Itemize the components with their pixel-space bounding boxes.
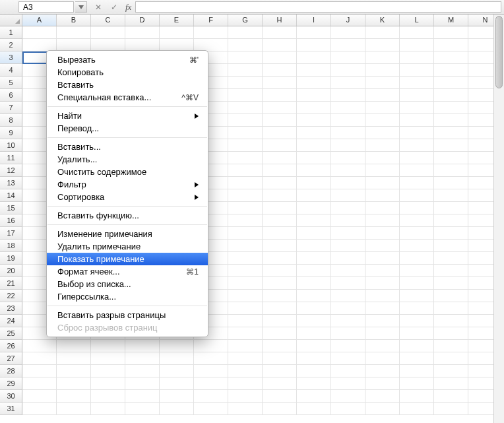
cell[interactable] xyxy=(365,39,400,51)
cell[interactable] xyxy=(365,64,400,77)
cell[interactable] xyxy=(22,352,57,365)
menu-item[interactable]: Показать примечание xyxy=(47,253,208,265)
menu-item[interactable]: Формат ячеек...⌘1 xyxy=(47,265,208,278)
cell[interactable] xyxy=(365,152,400,164)
cell[interactable] xyxy=(331,277,365,290)
cell[interactable] xyxy=(228,377,263,390)
cell[interactable] xyxy=(331,51,365,64)
cell[interactable] xyxy=(331,403,365,415)
cell[interactable] xyxy=(400,114,434,127)
cell[interactable] xyxy=(263,265,297,277)
row-header[interactable]: 4 xyxy=(0,64,22,77)
row-header[interactable]: 13 xyxy=(0,177,22,189)
cell[interactable] xyxy=(434,77,468,89)
cell[interactable] xyxy=(297,390,331,403)
cell[interactable] xyxy=(228,89,263,102)
cell[interactable] xyxy=(365,390,400,403)
cell[interactable] xyxy=(331,77,365,89)
cell[interactable] xyxy=(194,352,228,365)
cell[interactable] xyxy=(365,127,400,139)
cell[interactable] xyxy=(160,377,194,390)
cell[interactable] xyxy=(434,403,468,415)
cell[interactable] xyxy=(331,340,365,352)
cell[interactable] xyxy=(331,202,365,214)
cell[interactable] xyxy=(434,177,468,189)
cell[interactable] xyxy=(365,202,400,214)
column-header[interactable]: I xyxy=(297,15,331,26)
cell[interactable] xyxy=(400,152,434,164)
cell[interactable] xyxy=(297,240,331,252)
cell[interactable] xyxy=(400,164,434,177)
cell[interactable] xyxy=(365,227,400,240)
cell[interactable] xyxy=(263,64,297,77)
cell[interactable] xyxy=(263,352,297,365)
cell[interactable] xyxy=(434,164,468,177)
cell[interactable] xyxy=(331,114,365,127)
cell[interactable] xyxy=(228,227,263,240)
row-header[interactable]: 27 xyxy=(0,352,22,365)
cell[interactable] xyxy=(228,302,263,315)
column-header[interactable]: G xyxy=(228,15,263,26)
cell[interactable] xyxy=(331,302,365,315)
menu-item[interactable]: Удалить... xyxy=(47,153,208,166)
cell[interactable] xyxy=(434,202,468,214)
cell[interactable] xyxy=(297,377,331,390)
cell[interactable] xyxy=(57,340,91,352)
cell[interactable] xyxy=(400,102,434,114)
cell[interactable] xyxy=(297,227,331,240)
cell[interactable] xyxy=(297,114,331,127)
cell[interactable] xyxy=(297,202,331,214)
cell[interactable] xyxy=(400,202,434,214)
cell[interactable] xyxy=(297,352,331,365)
cell[interactable] xyxy=(331,177,365,189)
cell[interactable] xyxy=(91,26,125,39)
cell[interactable] xyxy=(365,26,400,39)
cell[interactable] xyxy=(331,352,365,365)
row-header[interactable]: 1 xyxy=(0,26,22,39)
cell[interactable] xyxy=(22,377,57,390)
cell[interactable] xyxy=(228,77,263,89)
cell[interactable] xyxy=(365,139,400,152)
cell[interactable] xyxy=(297,127,331,139)
cell[interactable] xyxy=(263,152,297,164)
cell[interactable] xyxy=(365,403,400,415)
cell[interactable] xyxy=(160,390,194,403)
cell[interactable] xyxy=(228,390,263,403)
cell[interactable] xyxy=(400,377,434,390)
cell[interactable] xyxy=(434,26,468,39)
row-header[interactable]: 31 xyxy=(0,403,22,415)
cell[interactable] xyxy=(125,340,160,352)
cell[interactable] xyxy=(263,227,297,240)
cell[interactable] xyxy=(228,252,263,265)
cell[interactable] xyxy=(228,340,263,352)
cell[interactable] xyxy=(331,64,365,77)
cell[interactable] xyxy=(400,139,434,152)
cell[interactable] xyxy=(331,89,365,102)
cell[interactable] xyxy=(400,39,434,51)
cell[interactable] xyxy=(57,377,91,390)
cell[interactable] xyxy=(297,340,331,352)
cell[interactable] xyxy=(331,252,365,265)
cell[interactable] xyxy=(365,277,400,290)
cell[interactable] xyxy=(400,290,434,302)
menu-item[interactable]: Специальная вставка...^⌘V xyxy=(47,91,208,104)
cell[interactable] xyxy=(228,240,263,252)
row-header[interactable]: 17 xyxy=(0,227,22,240)
cell[interactable] xyxy=(297,51,331,64)
cell[interactable] xyxy=(57,403,91,415)
cell[interactable] xyxy=(365,189,400,202)
cell[interactable] xyxy=(125,377,160,390)
cell[interactable] xyxy=(365,102,400,114)
row-header[interactable]: 12 xyxy=(0,164,22,177)
cell[interactable] xyxy=(125,365,160,377)
cell[interactable] xyxy=(365,265,400,277)
cell[interactable] xyxy=(194,390,228,403)
cell[interactable] xyxy=(57,26,91,39)
cell[interactable] xyxy=(263,127,297,139)
cell[interactable] xyxy=(228,164,263,177)
cell[interactable] xyxy=(228,327,263,340)
column-header[interactable]: K xyxy=(365,15,400,26)
cell[interactable] xyxy=(365,315,400,327)
cell[interactable] xyxy=(228,39,263,51)
row-header[interactable]: 2 xyxy=(0,39,22,51)
